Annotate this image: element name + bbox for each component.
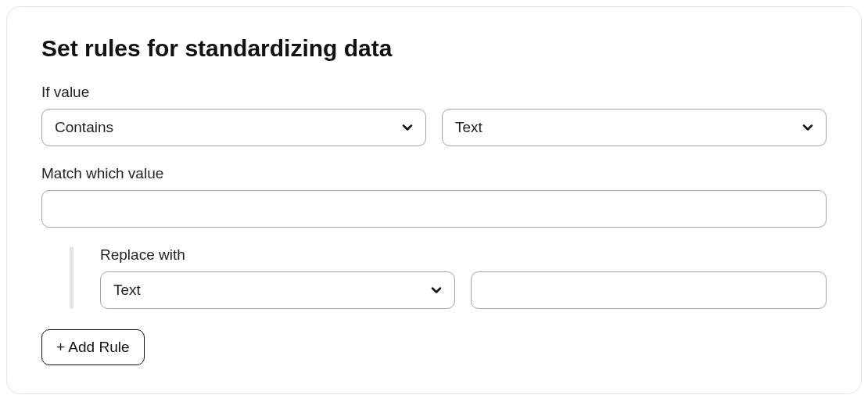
replace-content: Replace with Text xyxy=(100,246,827,309)
replace-row: Text xyxy=(100,271,827,309)
replace-value-wrap xyxy=(471,271,827,309)
replace-type-select-wrap: Text xyxy=(100,271,455,309)
condition-select[interactable]: Contains xyxy=(41,109,426,146)
card-title: Set rules for standardizing data xyxy=(41,35,827,62)
match-input[interactable] xyxy=(41,190,827,228)
type-select[interactable]: Text xyxy=(442,109,827,146)
replace-value-input[interactable] xyxy=(471,271,827,309)
match-section: Match which value xyxy=(41,165,827,228)
if-value-row: Contains Text xyxy=(41,109,827,146)
if-value-label: If value xyxy=(41,84,827,101)
replace-type-select[interactable]: Text xyxy=(100,271,455,309)
match-label: Match which value xyxy=(41,165,827,182)
condition-select-value: Contains xyxy=(55,119,113,136)
condition-select-wrap: Contains xyxy=(41,109,426,146)
replace-label: Replace with xyxy=(100,246,827,264)
type-select-wrap: Text xyxy=(442,109,827,146)
replace-type-select-value: Text xyxy=(113,282,141,299)
type-select-value: Text xyxy=(455,119,482,136)
sub-divider xyxy=(70,246,74,309)
replace-block: Replace with Text xyxy=(70,246,827,309)
add-rule-button[interactable]: + Add Rule xyxy=(41,329,145,365)
add-rule-button-label: + Add Rule xyxy=(56,339,130,356)
rules-card: Set rules for standardizing data If valu… xyxy=(6,6,862,394)
